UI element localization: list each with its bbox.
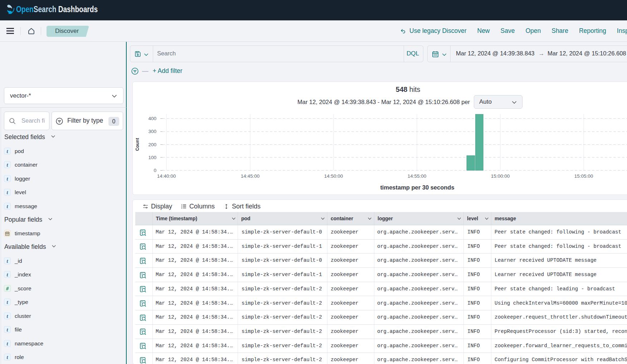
svg-text:14:40:00: 14:40:00 [157,173,176,179]
svg-text:200: 200 [148,142,156,147]
svg-text:0: 0 [154,168,156,173]
svg-text:timestamp per 30 seconds: timestamp per 30 seconds [380,184,454,191]
svg-text:15:00:00: 15:00:00 [491,173,510,179]
svg-text:14:55:00: 14:55:00 [408,173,427,179]
svg-text:14:50:00: 14:50:00 [324,173,343,179]
svg-text:14:45:00: 14:45:00 [241,173,260,179]
svg-text:300: 300 [148,129,156,134]
svg-text:100: 100 [148,155,156,160]
svg-text:400: 400 [148,116,156,121]
svg-text:15:05:00: 15:05:00 [574,173,593,179]
svg-text:Count: Count [135,138,140,151]
